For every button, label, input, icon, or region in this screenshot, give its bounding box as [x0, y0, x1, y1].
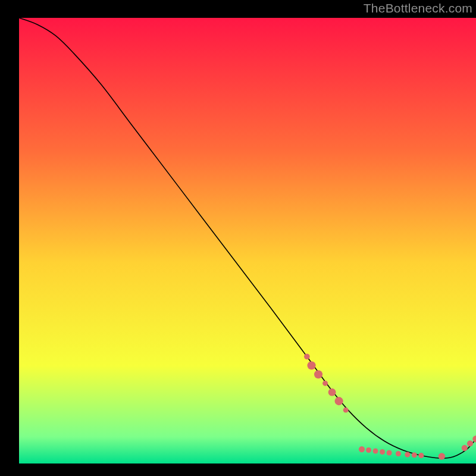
curve-marker [405, 452, 410, 458]
gradient-background [19, 18, 476, 464]
curve-marker [304, 353, 310, 359]
curve-marker [335, 397, 343, 405]
curve-marker [462, 445, 468, 451]
curve-marker [380, 449, 385, 455]
curve-marker [322, 381, 328, 386]
curve-marker [439, 453, 446, 460]
curve-marker [418, 453, 424, 458]
curve-marker [467, 440, 473, 446]
curve-marker [328, 389, 336, 396]
curve-marker [307, 361, 315, 369]
curve-marker [396, 451, 401, 456]
watermark-text: TheBottleneck.com [364, 1, 472, 15]
curve-marker [343, 408, 349, 413]
curve-marker [387, 450, 392, 456]
curve-marker [359, 446, 365, 452]
curve-marker [412, 452, 417, 458]
curve-marker [373, 449, 378, 454]
bottleneck-chart [0, 0, 476, 476]
curve-marker [366, 447, 371, 453]
curve-marker [314, 370, 322, 378]
